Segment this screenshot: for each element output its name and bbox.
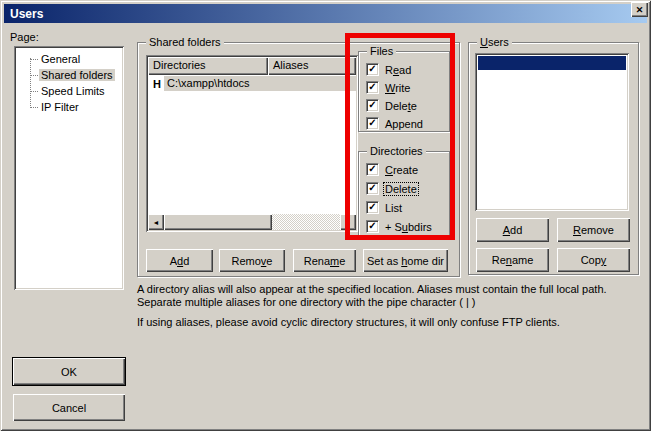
page-item-general[interactable]: General <box>14 51 124 67</box>
check-icon: ✓ <box>368 100 376 110</box>
check-icon: ✓ <box>368 221 376 231</box>
alias-help-text: A directory alias will also appear at th… <box>137 283 635 336</box>
checkbox-label: Append <box>384 118 424 130</box>
window-title: Users <box>10 7 43 21</box>
checkbox-append[interactable]: ✓ Append <box>366 117 424 130</box>
shared-folders-group-label: Shared folders <box>146 36 224 48</box>
add-directory-button[interactable]: Add <box>146 249 213 272</box>
check-icon: ✓ <box>368 64 376 74</box>
page-item-shared-folders[interactable]: Shared folders <box>14 67 124 83</box>
check-icon: ✓ <box>368 118 376 128</box>
checkbox-label: Write <box>384 82 411 94</box>
directories-listview[interactable]: Directories Aliases H C:\xampp\htdocs ◄ … <box>146 55 358 232</box>
checkbox-box[interactable]: ✓ <box>366 63 379 76</box>
users-group-label: Users <box>477 36 512 48</box>
home-flag: H <box>148 78 164 90</box>
users-group: Users john Add Remove Rename Copy <box>468 42 639 275</box>
directories-group: Directories ✓ Create ✓ Delete ✓ List ✓ +… <box>358 151 450 237</box>
checkbox-box[interactable]: ✓ <box>366 182 379 195</box>
checkbox-box[interactable]: ✓ <box>366 117 379 130</box>
page-item-label: IP Filter <box>39 101 81 113</box>
checkbox-read[interactable]: ✓ Read <box>366 63 412 76</box>
checkbox-create[interactable]: ✓ Create <box>366 163 419 176</box>
page-item-label: Speed Limits <box>39 85 107 97</box>
user-name: john <box>504 71 525 83</box>
add-user-button[interactable]: Add <box>476 218 549 242</box>
set-as-home-dir-button[interactable]: Set as home dir <box>363 249 448 272</box>
files-group-label: Files <box>367 45 396 57</box>
scroll-left-icon: ◄ <box>153 219 160 226</box>
checkbox-list[interactable]: ✓ List <box>366 201 403 214</box>
horizontal-scrollbar[interactable]: ◄ ► <box>148 214 356 230</box>
page-label: Page: <box>10 31 39 43</box>
close-button[interactable]: ✕ <box>631 2 648 17</box>
table-row[interactable]: H C:\xampp\htdocs <box>148 76 356 91</box>
remove-user-button[interactable]: Remove <box>557 218 630 242</box>
check-icon: ✓ <box>368 164 376 174</box>
checkbox-box[interactable]: ✓ <box>366 81 379 94</box>
checkbox-box[interactable]: ✓ <box>366 99 379 112</box>
remove-directory-button[interactable]: Remove <box>219 249 285 272</box>
checkbox-label: Read <box>384 64 412 76</box>
files-group: Files ✓ Read ✓ Write ✓ Delete ✓ Append <box>358 51 450 132</box>
checkbox-box[interactable]: ✓ <box>366 201 379 214</box>
user-item-john[interactable]: john <box>478 56 626 70</box>
column-header-aliases[interactable]: Aliases <box>268 57 356 75</box>
check-icon: ✓ <box>368 82 376 92</box>
users-list[interactable]: john <box>475 53 629 211</box>
directory-path: C:\xampp\htdocs <box>164 76 356 91</box>
cancel-label: Cancel <box>52 402 86 414</box>
close-icon: ✕ <box>636 5 644 15</box>
alias-help-paragraph-2: If using aliases, please avoid cyclic di… <box>137 316 635 329</box>
page-item-label: Shared folders <box>39 69 115 81</box>
checkbox-box[interactable]: ✓ <box>366 163 379 176</box>
scroll-right-icon: ► <box>345 219 352 226</box>
copy-user-button[interactable]: Copy <box>557 248 630 272</box>
users-dialog: Users ✕ Page: General Shared folders Spe… <box>0 0 651 431</box>
page-list[interactable]: General Shared folders Speed Limits IP F… <box>14 46 124 290</box>
checkbox-label: Delete <box>384 183 418 195</box>
ok-label: OK <box>61 366 77 378</box>
checkbox-subdirs[interactable]: ✓ + Subdirs <box>366 220 433 233</box>
rename-user-button[interactable]: Rename <box>476 248 549 272</box>
checkbox-box[interactable]: ✓ <box>366 220 379 233</box>
checkbox-label: List <box>384 202 403 214</box>
check-icon: ✓ <box>368 202 376 212</box>
title-bar[interactable]: Users <box>4 4 647 23</box>
cancel-button[interactable]: Cancel <box>13 394 125 421</box>
check-icon: ✓ <box>368 183 376 193</box>
checkbox-label: Delete <box>384 100 418 112</box>
alias-help-paragraph-1: A directory alias will also appear at th… <box>137 283 635 309</box>
scroll-left-button[interactable]: ◄ <box>148 214 164 230</box>
column-header-directories[interactable]: Directories <box>148 57 268 75</box>
scrollbar-track[interactable] <box>272 214 340 230</box>
checkbox-label: Create <box>384 164 419 176</box>
page-item-speed-limits[interactable]: Speed Limits <box>14 83 124 99</box>
checkbox-delete-dir[interactable]: ✓ Delete <box>366 182 418 195</box>
page-item-ip-filter[interactable]: IP Filter <box>14 99 124 115</box>
directories-group-label: Directories <box>367 145 426 157</box>
checkbox-label: + Subdirs <box>384 221 433 233</box>
listview-header: Directories Aliases <box>148 57 356 75</box>
checkbox-delete-file[interactable]: ✓ Delete <box>366 99 418 112</box>
scrollbar-thumb[interactable] <box>164 214 272 230</box>
rename-directory-button[interactable]: Rename <box>293 249 356 272</box>
page-item-label: General <box>39 53 82 65</box>
ok-button[interactable]: OK <box>13 358 125 385</box>
checkbox-write[interactable]: ✓ Write <box>366 81 411 94</box>
scroll-right-button[interactable]: ► <box>340 214 356 230</box>
